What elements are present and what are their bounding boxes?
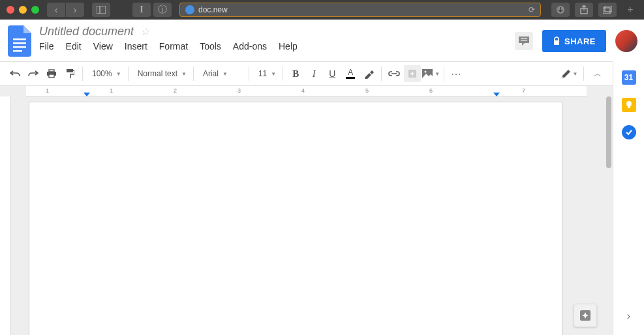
- svg-rect-12: [554, 40, 559, 45]
- address-bar[interactable]: doc.new ⟳: [179, 3, 541, 17]
- italic-button[interactable]: I: [305, 65, 322, 82]
- insert-link-button[interactable]: [386, 65, 403, 82]
- svg-rect-15: [49, 74, 54, 78]
- svg-rect-4: [603, 8, 610, 14]
- editing-mode-button[interactable]: ▼: [561, 65, 578, 82]
- menu-edit[interactable]: Edit: [66, 41, 82, 51]
- reader-mode[interactable]: I: [132, 3, 151, 17]
- redo-button[interactable]: [25, 65, 42, 82]
- side-panel: 31 ›: [613, 61, 644, 335]
- maximize-window[interactable]: [31, 6, 39, 14]
- zoom-select[interactable]: 100%▼: [87, 65, 124, 82]
- lock-icon: [553, 36, 560, 46]
- show-tabs[interactable]: [598, 3, 617, 17]
- refresh-icon[interactable]: ⟳: [529, 5, 535, 14]
- undo-button[interactable]: [7, 65, 23, 82]
- share-page[interactable]: [575, 3, 593, 17]
- paragraph-style-select[interactable]: Normal text▼: [132, 65, 189, 82]
- menu-tools[interactable]: Tools: [200, 41, 221, 51]
- site-info[interactable]: ⓘ: [153, 3, 172, 17]
- vertical-scrollbar[interactable]: [605, 96, 613, 335]
- hide-side-panel[interactable]: ›: [627, 310, 630, 322]
- svg-rect-16: [67, 69, 73, 72]
- nav-forward[interactable]: ›: [66, 3, 84, 17]
- highlight-color-button[interactable]: [360, 65, 377, 82]
- svg-rect-7: [13, 42, 26, 44]
- underline-button[interactable]: U: [324, 65, 341, 82]
- menu-help[interactable]: Help: [279, 41, 298, 51]
- keep-addon[interactable]: [622, 98, 636, 112]
- svg-rect-13: [49, 70, 54, 72]
- downloads[interactable]: [551, 3, 570, 17]
- svg-rect-9: [13, 50, 22, 52]
- minimize-window[interactable]: [19, 6, 27, 14]
- document-title[interactable]: Untitled document: [39, 25, 134, 38]
- menu-insert[interactable]: Insert: [125, 41, 147, 51]
- nav-back[interactable]: ‹: [47, 3, 65, 17]
- share-label: SHARE: [564, 36, 596, 46]
- menu-addons[interactable]: Add-ons: [233, 41, 267, 51]
- open-comments[interactable]: [515, 32, 533, 50]
- menu-format[interactable]: Format: [159, 41, 188, 51]
- add-comment-button[interactable]: [404, 65, 421, 82]
- text-color-button[interactable]: A: [342, 65, 359, 82]
- account-avatar[interactable]: [615, 30, 637, 52]
- document-page[interactable]: [29, 102, 562, 335]
- svg-point-19: [425, 71, 427, 73]
- svg-rect-0: [97, 6, 106, 14]
- font-select[interactable]: Arial▼: [198, 65, 245, 82]
- svg-rect-5: [605, 6, 612, 12]
- toolbar: 100%▼ Normal text▼ Arial▼ 11▼ B I U A ▼ …: [0, 61, 613, 86]
- collapse-toolbar-button[interactable]: ︿: [589, 65, 606, 82]
- horizontal-ruler[interactable]: 1 1 2 3 4 5 6 7: [0, 86, 613, 96]
- docs-header: Untitled document ☆ File Edit View Inser…: [0, 20, 644, 61]
- print-button[interactable]: [43, 65, 60, 82]
- url-text: doc.new: [198, 5, 228, 14]
- menu-view[interactable]: View: [93, 41, 113, 51]
- menu-file[interactable]: File: [39, 41, 54, 51]
- close-window[interactable]: [7, 6, 14, 14]
- new-tab[interactable]: +: [623, 3, 637, 17]
- menu-bar: File Edit View Insert Format Tools Add-o…: [39, 41, 515, 51]
- globe-icon: [185, 5, 194, 14]
- more-tools-button[interactable]: ⋯: [448, 65, 465, 82]
- vertical-ruler[interactable]: [0, 96, 10, 335]
- font-size-select[interactable]: 11▼: [253, 65, 279, 82]
- svg-rect-8: [13, 46, 26, 48]
- explore-button[interactable]: [574, 304, 597, 327]
- calendar-addon[interactable]: 31: [622, 70, 636, 85]
- svg-rect-6: [13, 38, 26, 40]
- paint-format-button[interactable]: [61, 65, 78, 82]
- star-icon[interactable]: ☆: [140, 25, 149, 38]
- insert-image-button[interactable]: ▼: [422, 65, 440, 82]
- docs-logo[interactable]: [7, 25, 33, 57]
- document-area: [0, 96, 613, 335]
- tasks-addon[interactable]: [622, 125, 636, 139]
- bold-button[interactable]: B: [287, 65, 304, 82]
- show-sidebar[interactable]: [92, 3, 110, 17]
- browser-titlebar: ‹ › I ⓘ doc.new ⟳ +: [0, 0, 644, 20]
- window-controls: [7, 6, 39, 14]
- scrollbar-thumb[interactable]: [606, 96, 611, 168]
- share-button[interactable]: SHARE: [542, 30, 606, 52]
